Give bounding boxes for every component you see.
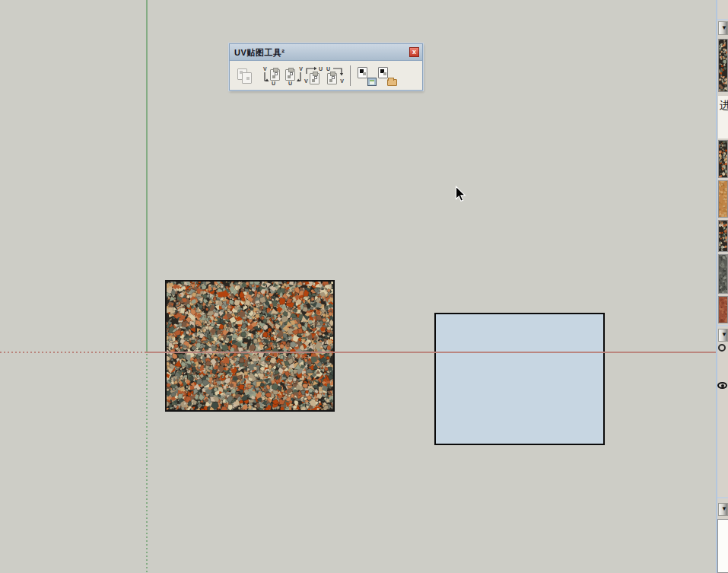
elbow-arrow-icon <box>295 72 303 83</box>
copy-page2-icon <box>242 72 252 84</box>
chevron-down-icon: ▼ <box>721 506 727 512</box>
eye-visibility-icon[interactable] <box>717 382 727 389</box>
uv-tool-window: UV贴图工具² x V U V <box>229 43 423 91</box>
close-icon[interactable]: x <box>409 47 419 57</box>
clipboard-icon <box>327 73 337 84</box>
panel-partial-label: 进 <box>720 99 728 113</box>
material-thumb-dark[interactable] <box>718 254 728 294</box>
material-thumb-gravel2[interactable] <box>718 220 728 252</box>
uv-tool-titlebar[interactable]: UV贴图工具² x <box>230 44 422 61</box>
material-thumb-canvas <box>719 141 727 177</box>
material-preview-swatch[interactable] <box>718 39 728 92</box>
panel-divider <box>717 19 728 21</box>
material-dropdown[interactable]: ▼ <box>718 21 728 35</box>
paste-uv-u-right-v-button[interactable]: U V <box>324 65 345 87</box>
textured-face[interactable] <box>165 280 335 412</box>
material-thumb-orange[interactable] <box>718 180 728 218</box>
radio-circle-icon[interactable] <box>718 344 726 352</box>
clipboard-icon <box>310 73 319 84</box>
panel-edge-accent <box>716 0 717 573</box>
panel-divider <box>717 325 728 326</box>
material-thumb-canvas <box>719 221 727 251</box>
paste-uv-u-down-v-button[interactable]: V U <box>283 65 304 87</box>
uv-tool-title: UV贴图工具² <box>234 47 285 59</box>
chevron-down-icon: ▼ <box>721 332 727 338</box>
page-icon <box>358 67 367 78</box>
material-thumb-brick[interactable] <box>718 296 728 323</box>
load-uv-button[interactable] <box>377 65 397 87</box>
page-icon <box>378 67 388 78</box>
gravel-texture-canvas <box>167 282 333 410</box>
panel-label-area: 进 <box>718 96 728 138</box>
bottom-dropdown[interactable]: ▼ <box>718 503 728 516</box>
material-thumb-canvas <box>719 297 727 323</box>
drawing-viewport[interactable]: UV贴图工具² x V U V <box>0 0 716 573</box>
material-thumb-gravel[interactable] <box>718 140 728 178</box>
folder-icon <box>387 79 397 86</box>
green-axis-dotted-line <box>146 354 148 573</box>
material-thumb-canvas <box>719 181 727 217</box>
untextured-face[interactable] <box>434 313 605 445</box>
material-preview-canvas <box>719 40 727 91</box>
clipboard-icon <box>270 69 280 81</box>
red-axis-dotted-line <box>0 352 146 353</box>
red-axis-line <box>146 352 716 353</box>
copy-uv-button[interactable] <box>235 65 256 87</box>
sketchup-app: UV贴图工具² x V U V <box>0 0 728 573</box>
green-axis-line <box>146 0 148 352</box>
paste-uv-v-down-u-button[interactable]: V U <box>262 65 283 87</box>
chevron-down-icon: ▼ <box>721 25 727 31</box>
save-uv-button[interactable] <box>356 65 377 87</box>
clipboard-icon <box>285 69 295 81</box>
right-panel-sliver: ▼ 进 ▼ ▼ <box>716 0 728 573</box>
panel-divider <box>717 497 728 498</box>
mouse-cursor-icon <box>455 186 467 203</box>
floppy-disk-icon <box>367 78 377 86</box>
material-thumb-canvas <box>719 255 727 293</box>
bottom-list-box[interactable] <box>717 519 728 573</box>
uv-tool-toolbar: V U V U <box>230 61 422 91</box>
paste-uv-up-u-v-button[interactable]: U V <box>304 65 324 87</box>
toolbar-separator <box>350 65 351 86</box>
layers-dropdown[interactable]: ▼ <box>718 329 728 342</box>
